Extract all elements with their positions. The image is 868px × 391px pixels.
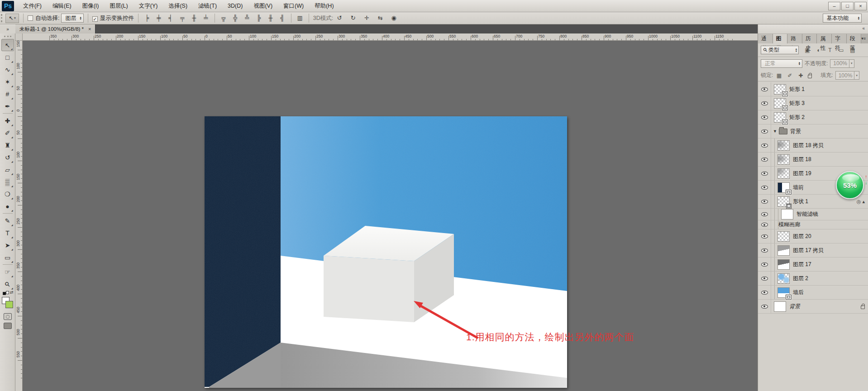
clone-stamp-tool[interactable]: ♜◢	[1, 139, 14, 151]
layer-row[interactable]: 智能滤镜	[758, 209, 868, 220]
layer-row[interactable]: 背景	[758, 300, 868, 314]
menu-item-窗口[interactable]: 窗口(W)	[278, 0, 309, 12]
panel-tab-属性[interactable]: 属性	[817, 34, 832, 43]
eraser-tool[interactable]: ▱◢	[1, 163, 14, 176]
3d-rotate-icon[interactable]: ↺	[335, 14, 344, 23]
move-tool[interactable]: ↖◢	[1, 39, 14, 51]
panel-tab-段落[interactable]: 段落	[847, 34, 862, 43]
visibility-eye-icon[interactable]	[761, 101, 768, 105]
visibility-eye-icon[interactable]	[761, 262, 768, 267]
marquee-tool[interactable]: □◢	[1, 51, 14, 63]
align-left-edges-icon[interactable]: ╞	[143, 14, 152, 23]
layer-row[interactable]: 图层 17 拷贝	[758, 243, 868, 257]
lock-transparent-pixels-icon[interactable]: ▦	[775, 72, 782, 79]
distribute-vertical-centers-icon[interactable]: ╬	[231, 14, 240, 23]
show-transform-controls-checkbox[interactable]: ✓显示变换控件	[92, 14, 134, 22]
layer-row[interactable]: 矩形 1	[758, 82, 868, 96]
magic-wand-tool[interactable]: ✶◢	[1, 76, 14, 88]
auto-select-checkbox[interactable]: 自动选择:	[28, 14, 59, 22]
menu-item-文件[interactable]: 文件(F)	[18, 0, 47, 12]
menu-item-图层[interactable]: 图层(L)	[104, 0, 133, 12]
background-color-swatch[interactable]	[5, 301, 13, 308]
auto-select-target-dropdown[interactable]: 图层 ▴▾	[61, 14, 83, 23]
layer-row[interactable]: 墙后	[758, 286, 868, 300]
visibility-eye-icon[interactable]	[761, 129, 768, 134]
distribute-top-edges-icon[interactable]: ╦	[219, 14, 228, 23]
filter-smart-objects-icon[interactable]: ▤	[849, 47, 856, 53]
menu-item-图像[interactable]: 图像(I)	[77, 0, 105, 12]
menu-item-滤镜[interactable]: 滤镜(T)	[193, 0, 222, 12]
menu-item-3D[interactable]: 3D(D)	[222, 0, 248, 12]
filter-adjustment-layers-icon[interactable]: ◐	[815, 47, 822, 53]
brush-tool[interactable]: ✐◢	[1, 127, 14, 139]
lock-all-icon[interactable]	[808, 75, 812, 78]
3d-slide-icon[interactable]: ⇆	[376, 14, 385, 23]
swap-colors-icon[interactable]: ⇄	[2, 291, 14, 296]
menu-item-选择[interactable]: 选择(S)	[163, 0, 193, 12]
smart-filter-icons[interactable]: ◎ ▴	[857, 199, 865, 205]
menu-item-文字[interactable]: 文字(Y)	[134, 0, 163, 12]
filter-shape-layers-icon[interactable]: ▭	[838, 47, 845, 53]
panel-menu-icon[interactable]: ▾≡	[861, 34, 868, 43]
filter-pixel-layers-icon[interactable]: ▣	[804, 47, 811, 53]
auto-align-icon[interactable]: ▥	[296, 14, 305, 23]
path-selection-tool[interactable]: ➤◢	[1, 239, 14, 251]
menu-item-编辑[interactable]: 编辑(E)	[47, 0, 77, 12]
visibility-eye-icon[interactable]	[761, 212, 768, 216]
align-vertical-centers-icon[interactable]: ╫	[190, 14, 199, 23]
visibility-eye-icon[interactable]	[761, 234, 768, 238]
minimize-button[interactable]: –	[828, 2, 840, 10]
visibility-eye-icon[interactable]	[761, 291, 768, 295]
panel-tab-字符[interactable]: 字符	[832, 34, 847, 43]
lock-position-icon[interactable]: ✚	[797, 72, 804, 79]
layer-row[interactable]: 图层 18	[758, 153, 868, 167]
3d-roll-icon[interactable]: ↻	[348, 14, 358, 23]
filter-type-layers-icon[interactable]: T	[826, 47, 834, 53]
visibility-eye-icon[interactable]	[761, 87, 768, 91]
panel-tab-路径[interactable]: 路径	[787, 34, 802, 43]
layer-row[interactable]: 图层 2	[758, 272, 868, 286]
panel-tab-图层[interactable]: 图层	[773, 34, 788, 43]
history-brush-tool[interactable]: ↺◢	[1, 151, 14, 163]
3d-scale-icon[interactable]: ◉	[389, 14, 398, 23]
hand-tool[interactable]: ☞◢	[1, 266, 14, 278]
visibility-eye-icon[interactable]	[761, 277, 768, 281]
opacity-input[interactable]: 100% ▾	[830, 59, 854, 68]
3d-drag-icon[interactable]: ✛	[362, 14, 371, 23]
crop-tool[interactable]: #◢	[1, 88, 14, 100]
lasso-tool[interactable]: ∿◢	[1, 63, 14, 76]
align-horizontal-centers-icon[interactable]: ╪	[154, 14, 163, 23]
type-tool[interactable]: T◢	[1, 227, 14, 239]
document-tab[interactable]: 未标题-1 @ 100%(RGB/8) * ×	[15, 24, 95, 33]
workspace-switcher-dropdown[interactable]: 基本功能 ▴▾	[823, 14, 862, 23]
visibility-eye-icon[interactable]	[761, 200, 768, 204]
visibility-eye-icon[interactable]	[761, 186, 768, 190]
align-bottom-edges-icon[interactable]: ╧	[201, 14, 210, 23]
visibility-eye-icon[interactable]	[761, 143, 768, 148]
menu-item-帮助[interactable]: 帮助(H)	[309, 0, 339, 12]
layer-row[interactable]: 矩形 3	[758, 96, 868, 110]
layer-row[interactable]: 图层 17	[758, 257, 868, 272]
layer-row[interactable]: 图层 18 拷贝	[758, 138, 868, 153]
zoom-tool[interactable]: ⚲◢	[1, 278, 14, 290]
lock-image-pixels-icon[interactable]: ✐	[786, 72, 793, 79]
pen-tool[interactable]: ✎◢	[1, 215, 14, 227]
shape-tool[interactable]: ▭◢	[1, 251, 14, 263]
visibility-eye-icon[interactable]	[761, 223, 768, 227]
layer-row[interactable]: 模糊画廊	[758, 220, 868, 229]
tool-preset-button[interactable]: ↖ ▾	[5, 14, 19, 23]
eyedropper-tool[interactable]: ✒◢	[1, 100, 14, 112]
close-button[interactable]: ×	[854, 2, 867, 10]
color-swatches[interactable]	[1, 297, 14, 310]
layer-row[interactable]: 图层 20	[758, 229, 868, 243]
visibility-eye-icon[interactable]	[761, 157, 768, 162]
align-right-edges-icon[interactable]: ╡	[166, 14, 175, 23]
toolbar-collapse-button[interactable]: »	[0, 24, 15, 33]
panel-tab-通道[interactable]: 通道	[758, 34, 773, 43]
group-expand-icon[interactable]: ▼	[773, 129, 777, 134]
distribute-bottom-edges-icon[interactable]: ╩	[243, 14, 252, 23]
distribute-left-edges-icon[interactable]: ╠	[254, 14, 263, 23]
screen-mode-button[interactable]	[4, 323, 12, 329]
healing-brush-tool[interactable]: ✚◢	[1, 114, 14, 127]
layer-row[interactable]: 矩形 2	[758, 110, 868, 124]
